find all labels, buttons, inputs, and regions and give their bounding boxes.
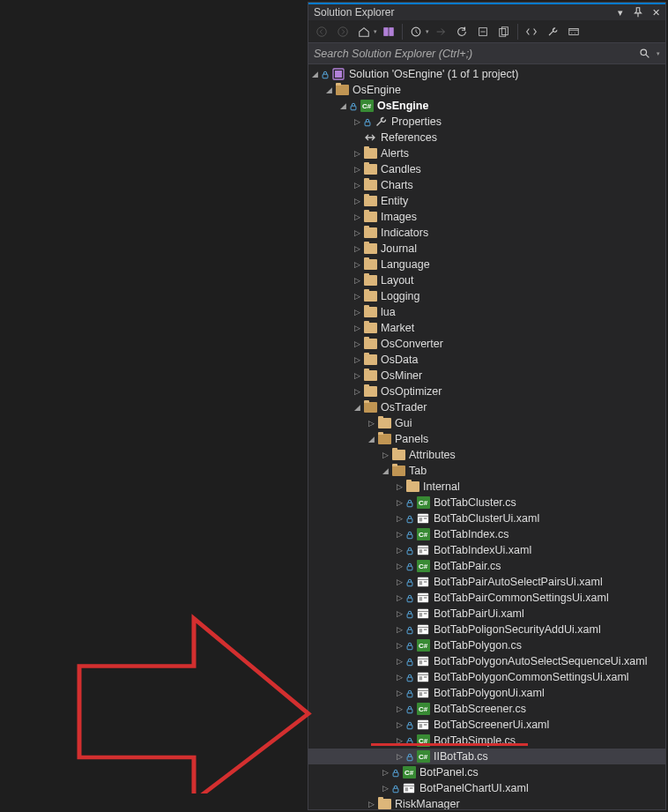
expander-icon[interactable]: ◢ — [323, 86, 335, 94]
expander-icon[interactable]: ▷ — [351, 276, 363, 285]
forward-button[interactable] — [333, 22, 353, 41]
folder-images[interactable]: ▷Images — [308, 209, 665, 225]
file-bottabclusterui-xaml[interactable]: ▷BotTabClusterUi.xaml — [308, 510, 665, 526]
expander-icon[interactable]: ▷ — [393, 577, 405, 586]
references-node[interactable]: References — [308, 130, 665, 145]
search-icon[interactable] — [635, 48, 653, 59]
expander-icon[interactable]: ▷ — [351, 387, 363, 396]
file-iibottab-cs[interactable]: ▷C#IIBotTab.cs — [308, 749, 665, 764]
pending-changes-filter-button[interactable] — [406, 22, 426, 41]
file-bottabpoligonsecurityaddui-xaml[interactable]: ▷BotTabPoligonSecurityAddUi.xaml — [308, 622, 665, 637]
folder-ostrader[interactable]: ◢OsTrader — [308, 399, 665, 415]
file-bottabpair-cs[interactable]: ▷C#BotTabPair.cs — [308, 558, 665, 574]
folder-osoptimizer[interactable]: ▷OsOptimizer — [308, 384, 665, 399]
expander-icon[interactable]: ▷ — [351, 212, 363, 221]
folder-osdata[interactable]: ▷OsData — [308, 352, 665, 368]
folder-entity[interactable]: ▷Entity — [308, 193, 665, 209]
tree-view[interactable]: ◢Solution 'OsEngine' (1 of 1 project)◢Os… — [308, 64, 665, 809]
expander-icon[interactable]: ▷ — [365, 800, 377, 808]
folder-language[interactable]: ▷Language — [308, 257, 665, 272]
file-bottabpolygonautoselectsequenceui-xaml[interactable]: ▷BotTabPolygonAutoSelectSequenceUi.xaml — [308, 653, 665, 669]
folder-logging[interactable]: ▷Logging — [308, 288, 665, 304]
expander-icon[interactable]: ▷ — [393, 498, 405, 507]
expander-icon[interactable]: ◢ — [351, 403, 363, 412]
expander-icon[interactable]: ▷ — [351, 339, 363, 348]
search-input[interactable] — [314, 48, 635, 60]
expander-icon[interactable]: ▷ — [351, 308, 363, 317]
show-all-files-button[interactable] — [494, 22, 514, 41]
folder-osminer[interactable]: ▷OsMiner — [308, 368, 665, 384]
folder-market[interactable]: ▷Market — [308, 320, 665, 336]
file-bottabpairui-xaml[interactable]: ▷BotTabPairUi.xaml — [308, 606, 665, 622]
folder-journal[interactable]: ▷Journal — [308, 241, 665, 257]
folder-osconverter[interactable]: ▷OsConverter — [308, 336, 665, 352]
expander-icon[interactable]: ◢ — [337, 101, 349, 110]
expander-icon[interactable]: ▷ — [393, 673, 405, 682]
expander-icon[interactable]: ◢ — [365, 435, 377, 443]
solution-node[interactable]: ◢Solution 'OsEngine' (1 of 1 project) — [308, 66, 665, 82]
expander-icon[interactable]: ▷ — [351, 324, 363, 332]
expander-icon[interactable]: ▷ — [351, 355, 363, 364]
folder-attributes[interactable]: ▷Attributes — [308, 447, 665, 463]
expander-icon[interactable]: ▷ — [393, 514, 405, 523]
expander-icon[interactable]: ▷ — [393, 689, 405, 697]
file-bottabpairautoselectpairsui-xaml[interactable]: ▷BotTabPairAutoSelectPairsUi.xaml — [308, 574, 665, 590]
expander-icon[interactable]: ▷ — [351, 165, 363, 174]
search-bar[interactable]: ▾ — [308, 43, 665, 64]
project-node[interactable]: ◢C#OsEngine — [308, 98, 665, 114]
file-bottabpolygon-cs[interactable]: ▷C#BotTabPolygon.cs — [308, 637, 665, 653]
search-dropdown-icon[interactable]: ▾ — [657, 50, 660, 57]
file-botpanelchartui-xaml[interactable]: ▷BotPanelChartUI.xaml — [308, 780, 665, 796]
folder-root[interactable]: ◢OsEngine — [308, 82, 665, 98]
expander-icon[interactable]: ◢ — [379, 466, 391, 475]
expander-icon[interactable]: ▷ — [351, 181, 363, 190]
file-bottabindexui-xaml[interactable]: ▷BotTabIndexUi.xaml — [308, 542, 665, 558]
properties-button[interactable] — [543, 22, 562, 41]
home-button[interactable] — [354, 22, 374, 41]
folder-tab[interactable]: ◢Tab — [308, 463, 665, 479]
expander-icon[interactable]: ▷ — [365, 419, 377, 428]
expander-icon[interactable]: ▷ — [351, 149, 363, 158]
expander-icon[interactable]: ▷ — [379, 784, 391, 793]
expander-icon[interactable]: ▷ — [393, 752, 405, 761]
expander-icon[interactable]: ▷ — [351, 197, 363, 205]
folder-internal[interactable]: ▷Internal — [308, 479, 665, 495]
expander-icon[interactable]: ▷ — [393, 657, 405, 666]
folder-riskmanager[interactable]: ▷RiskManager — [308, 796, 665, 809]
expander-icon[interactable]: ▷ — [393, 720, 405, 729]
expander-icon[interactable]: ▷ — [351, 244, 363, 253]
expander-icon[interactable]: ▷ — [393, 625, 405, 634]
expander-icon[interactable]: ▷ — [393, 641, 405, 650]
folder-candles[interactable]: ▷Candles — [308, 161, 665, 177]
folder-panels[interactable]: ◢Panels — [308, 431, 665, 447]
folder-lua[interactable]: ▷lua — [308, 304, 665, 320]
expander-icon[interactable]: ▷ — [393, 593, 405, 602]
switch-views-button[interactable] — [379, 22, 398, 41]
refresh-button[interactable] — [452, 22, 471, 41]
file-bottabpaircommonsettingsui-xaml[interactable]: ▷BotTabPairCommonSettingsUi.xaml — [308, 590, 665, 606]
folder-indicators[interactable]: ▷Indicators — [308, 225, 665, 241]
file-bottabcluster-cs[interactable]: ▷C#BotTabCluster.cs — [308, 495, 665, 510]
close-icon[interactable]: ✕ — [649, 6, 662, 19]
expander-icon[interactable]: ▷ — [379, 451, 391, 459]
back-button[interactable] — [312, 22, 331, 41]
view-code-button[interactable] — [522, 22, 541, 41]
preview-button[interactable] — [564, 22, 583, 41]
file-bottabindex-cs[interactable]: ▷C#BotTabIndex.cs — [308, 526, 665, 542]
expander-icon[interactable]: ▷ — [393, 530, 405, 539]
folder-charts[interactable]: ▷Charts — [308, 177, 665, 193]
file-bottabscreener-cs[interactable]: ▷C#BotTabScreener.cs — [308, 701, 665, 717]
file-bottabpolygonui-xaml[interactable]: ▷BotTabPolygonUi.xaml — [308, 685, 665, 701]
file-botpanel-cs[interactable]: ▷C#BotPanel.cs — [308, 764, 665, 780]
expander-icon[interactable]: ▷ — [393, 736, 405, 745]
expander-icon[interactable]: ◢ — [308, 70, 321, 78]
expander-icon[interactable]: ▷ — [393, 482, 405, 491]
expander-icon[interactable]: ▷ — [351, 117, 363, 126]
expander-icon[interactable]: ▷ — [351, 371, 363, 380]
expander-icon[interactable]: ▷ — [351, 260, 363, 269]
expander-icon[interactable]: ▷ — [351, 228, 363, 237]
file-bottabsimple-cs[interactable]: ▷C#BotTabSimple.cs — [308, 733, 665, 749]
expander-icon[interactable]: ▷ — [379, 768, 391, 777]
autohide-pin-icon[interactable] — [632, 6, 644, 19]
folder-layout[interactable]: ▷Layout — [308, 272, 665, 288]
